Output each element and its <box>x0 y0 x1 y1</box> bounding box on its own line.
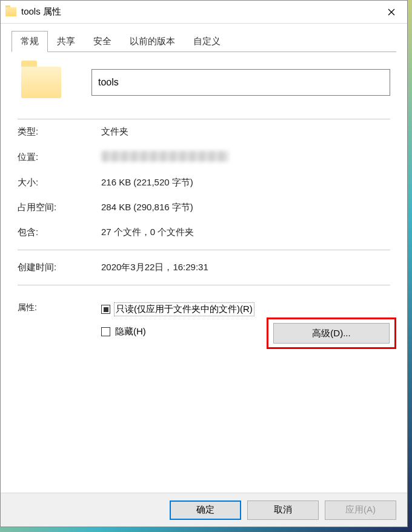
close-icon <box>388 8 395 16</box>
hidden-checkbox-row[interactable]: 隐藏(H) <box>101 326 267 337</box>
readonly-label: 只读(仅应用于文件夹中的文件)(R) <box>114 302 254 316</box>
value-type: 文件夹 <box>101 126 128 138</box>
name-row <box>18 63 390 102</box>
tab-content-general: 类型: 文件夹 位置: 大小: 216 KB (221,520 字节) 占用空间… <box>1 52 407 493</box>
label-size-on-disk: 占用空间: <box>18 202 101 213</box>
row-size-on-disk: 占用空间: 284 KB (290,816 字节) <box>18 195 390 220</box>
folder-icon <box>21 67 61 98</box>
value-location <box>101 151 228 164</box>
tab-previous-versions[interactable]: 以前的版本 <box>121 31 184 52</box>
row-contains: 包含: 27 个文件，0 个文件夹 <box>18 220 390 245</box>
advanced-button[interactable]: 高级(D)... <box>273 323 390 344</box>
tab-security[interactable]: 安全 <box>84 31 121 52</box>
value-size-on-disk: 284 KB (290,816 字节) <box>101 202 193 213</box>
label-location: 位置: <box>18 151 101 163</box>
folder-name-input[interactable] <box>91 69 390 96</box>
tab-general[interactable]: 常规 <box>12 31 48 52</box>
row-size: 大小: 216 KB (221,520 字节) <box>18 170 390 195</box>
attributes-section: 属性: 只读(仅应用于文件夹中的文件)(R) 隐藏(H) 高级(D)... <box>18 285 390 349</box>
attributes-column: 只读(仅应用于文件夹中的文件)(R) 隐藏(H) 高级(D)... <box>101 294 390 349</box>
label-attributes: 属性: <box>18 294 101 349</box>
label-contains: 包含: <box>18 227 101 238</box>
label-type: 类型: <box>18 126 101 138</box>
row-created: 创建时间: 2020年3月22日，16:29:31 <box>18 255 390 280</box>
tab-sharing[interactable]: 共享 <box>48 31 84 52</box>
divider <box>18 250 390 250</box>
row-type: 类型: 文件夹 <box>18 119 390 144</box>
apply-button: 应用(A) <box>325 500 396 520</box>
dialog-footer: 确定 取消 应用(A) <box>1 493 407 527</box>
row-location: 位置: <box>18 144 390 170</box>
tab-customize[interactable]: 自定义 <box>184 31 230 52</box>
readonly-checkbox-row[interactable]: 只读(仅应用于文件夹中的文件)(R) <box>101 302 390 316</box>
tab-bar: 常规 共享 安全 以前的版本 自定义 <box>1 24 407 52</box>
cancel-button[interactable]: 取消 <box>247 500 319 520</box>
highlight-box: 高级(D)... <box>267 318 396 349</box>
readonly-checkbox[interactable] <box>101 305 110 314</box>
label-size: 大小: <box>18 177 101 188</box>
hidden-label: 隐藏(H) <box>115 326 146 337</box>
window-title: tools 属性 <box>21 6 376 18</box>
label-created: 创建时间: <box>18 262 101 273</box>
value-contains: 27 个文件，0 个文件夹 <box>101 227 194 238</box>
folder-icon <box>5 7 16 16</box>
close-button[interactable] <box>376 1 407 23</box>
advanced-highlight: 高级(D)... <box>267 318 396 349</box>
value-created: 2020年3月22日，16:29:31 <box>101 262 208 273</box>
titlebar: tools 属性 <box>1 1 407 24</box>
hidden-checkbox[interactable] <box>101 327 110 336</box>
properties-dialog: tools 属性 常规 共享 安全 以前的版本 自定义 类型: 文件夹 位置: <box>0 0 408 527</box>
value-size: 216 KB (221,520 字节) <box>101 177 193 188</box>
ok-button[interactable]: 确定 <box>170 500 241 520</box>
